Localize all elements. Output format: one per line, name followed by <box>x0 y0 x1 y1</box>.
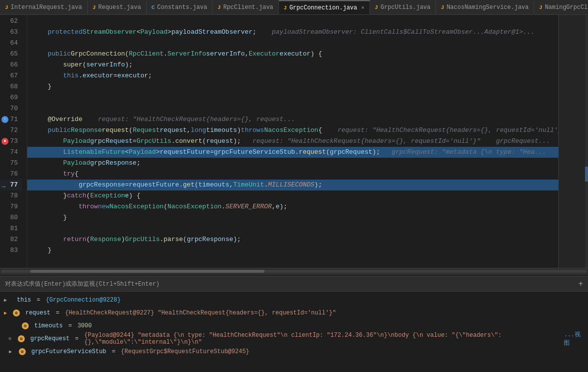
line-71: ↑ 71 <box>0 114 22 125</box>
line-65: 65 <box>0 49 22 60</box>
code-content: protected StreamObserver<Payload> payloa… <box>27 15 558 268</box>
line-79: 79 <box>0 201 22 212</box>
code-line-63: protected StreamObserver<Payload> payloa… <box>27 27 558 38</box>
tab-label: InternalRequest.java <box>11 4 82 11</box>
line-82: 82 <box>0 234 22 245</box>
add-watch-button[interactable]: + <box>578 280 583 289</box>
code-line-67: this.executor = executor; <box>27 70 558 81</box>
line-76: 76 <box>0 169 22 180</box>
var-name-this: this <box>17 297 31 304</box>
var-row-timeouts[interactable]: ⊙ timeouts = 3000 <box>0 319 588 332</box>
var-eq: = <box>108 348 119 355</box>
line-81: 81 <box>0 223 22 234</box>
var-row-grpcfuture[interactable]: ▶ ⊙ grpcFutureServiceStub = {RequestGrpc… <box>0 345 588 358</box>
var-val-timeouts: 3000 <box>77 322 92 329</box>
tab-constants[interactable]: C Constants.java <box>147 0 213 14</box>
tab-label: Request.java <box>98 4 141 11</box>
code-line-72: public Response request(Request request,… <box>27 125 558 136</box>
tab-rpc-client[interactable]: J RpcClient.java <box>213 0 278 14</box>
scrollbar-thumb[interactable] <box>30 270 265 273</box>
line-63: 63 <box>0 27 22 38</box>
tab-label: GrpcConnection.java <box>289 4 357 11</box>
debug-panel: 对表达式求值(Enter)或添加监视(Ctrl+Shift+Enter) + ▶… <box>0 277 588 372</box>
line-73: ● 73 <box>0 136 22 147</box>
line-74: 74 <box>0 147 22 158</box>
debug-variables: ▶ this = {GrpcConnection@9228} ▶ ⊙ reque… <box>0 292 588 372</box>
line-66: 66 <box>0 60 22 70</box>
horizontal-scrollbar[interactable] <box>0 268 588 274</box>
tab-bar: J InternalRequest.java J Request.java C … <box>0 0 588 15</box>
line-numbers: 62 63 64 65 66 67 68 69 70 ↑ 71 72 ● 73 … <box>0 15 27 268</box>
debug-input-placeholder: 对表达式求值(Enter)或添加监视(Ctrl+Shift+Enter) <box>5 280 160 288</box>
tab-label: NamingGrpcClientProxy.java <box>545 4 588 11</box>
var-name-timeouts: timeouts <box>31 322 63 329</box>
tab-label: NacosNamingService.java <box>447 4 529 11</box>
java-icon: J <box>441 4 444 10</box>
code-line-79: throw new NacosException( NacosException… <box>27 201 558 212</box>
line-83: 83 <box>0 245 22 256</box>
tab-label: RpcClient.java <box>223 4 273 11</box>
code-line-69 <box>27 92 558 103</box>
java-icon: J <box>93 4 96 10</box>
tab-nacos-naming[interactable]: J NacosNamingService.java <box>436 0 534 14</box>
code-line-64 <box>27 38 558 49</box>
code-line-62 <box>27 16 558 27</box>
code-line-75: Payload grpcResponse; <box>27 158 558 169</box>
var-icon-request: ⊙ <box>13 310 20 316</box>
expand-arrow-icon[interactable]: ▶ <box>4 310 10 316</box>
var-name-grpcfuture: grpcFutureServiceStub <box>28 348 106 355</box>
editor-area: 62 63 64 65 66 67 68 69 70 ↑ 71 72 ● 73 … <box>0 15 588 268</box>
view-link[interactable]: ...视图 <box>564 330 584 347</box>
code-line-77: grpcResponse = requestFuture. get( timeo… <box>27 180 558 190</box>
tab-close-button[interactable]: × <box>361 5 365 11</box>
code-line-83: } <box>27 245 558 256</box>
var-name-request: request <box>22 310 51 316</box>
line-78: 78 <box>0 190 22 201</box>
java-icon: C <box>152 4 155 10</box>
var-row-request[interactable]: ▶ ⊙ request = {HealthCheckRequest@9227} … <box>0 307 588 319</box>
line-80: 80 <box>0 212 22 223</box>
var-eq: = <box>71 335 82 342</box>
code-line-71: @Override request: "HealthCheckRequest{h… <box>27 114 558 125</box>
tab-internal-request[interactable]: J InternalRequest.java <box>0 0 88 14</box>
line-64: 64 <box>0 38 22 49</box>
var-row-this[interactable]: ▶ this = {GrpcConnection@9228} <box>0 294 588 307</box>
code-line-66: super(serverInfo); <box>27 60 558 70</box>
var-eq: = <box>53 310 63 316</box>
expand-arrow-icon[interactable]: ▶ <box>9 349 15 355</box>
var-eq: = <box>33 297 44 304</box>
scrollbar-track[interactable] <box>1 270 587 273</box>
debug-input-bar: 对表达式求值(Enter)或添加监视(Ctrl+Shift+Enter) + <box>0 277 588 292</box>
var-val-this: {GrpcConnection@9228} <box>46 297 120 304</box>
code-line-80: } <box>27 212 558 223</box>
tab-naming-proxy[interactable]: J NamingGrpcClientProxy.java <box>534 0 588 14</box>
code-line-68: } <box>27 81 558 92</box>
java-icon: J <box>284 5 287 11</box>
code-line-78: } catch ( Exception e) { <box>27 190 558 201</box>
line-62: 62 <box>0 16 22 27</box>
line-69: 69 <box>0 92 22 103</box>
var-val-grpcrequest: {Payload@9244} "metadata {\n type: "Heal… <box>84 332 560 346</box>
tab-grpc-connection[interactable]: J GrpcConnection.java × <box>279 0 370 14</box>
var-row-grpcrequest[interactable]: ≡ ⊙ grpcRequest = {Payload@9244} "metada… <box>0 332 588 345</box>
line-67: 67 <box>0 70 22 81</box>
var-name-grpcrequest: grpcRequest <box>27 335 69 342</box>
var-eq: = <box>65 322 76 329</box>
code-line-82: return ( Response) GrpcUtils. parse( grp… <box>27 234 558 245</box>
line-70: 70 <box>0 103 22 114</box>
tab-label: GrpcUtils.java <box>380 4 430 11</box>
code-line-76: try { <box>27 169 558 180</box>
code-line-74: ListenableFuture<Payload> requestFuture … <box>27 147 558 158</box>
java-icon: J <box>375 4 378 10</box>
line-68: 68 <box>0 81 22 92</box>
java-icon: J <box>5 4 8 10</box>
tab-request[interactable]: J Request.java <box>88 0 147 14</box>
var-icon-grpcfuture: ⊙ <box>19 348 26 355</box>
expand-arrow-icon[interactable]: ≡ <box>8 336 14 342</box>
expand-arrow-icon[interactable]: ▶ <box>4 297 10 303</box>
tab-grpc-utils[interactable]: J GrpcUtils.java <box>370 0 436 14</box>
tab-label: Constants.java <box>157 4 207 11</box>
code-line-70 <box>27 103 558 114</box>
java-icon: J <box>539 4 542 10</box>
code-line-73: Payload grpcRequest = GrpcUtils.convert(… <box>27 136 558 147</box>
